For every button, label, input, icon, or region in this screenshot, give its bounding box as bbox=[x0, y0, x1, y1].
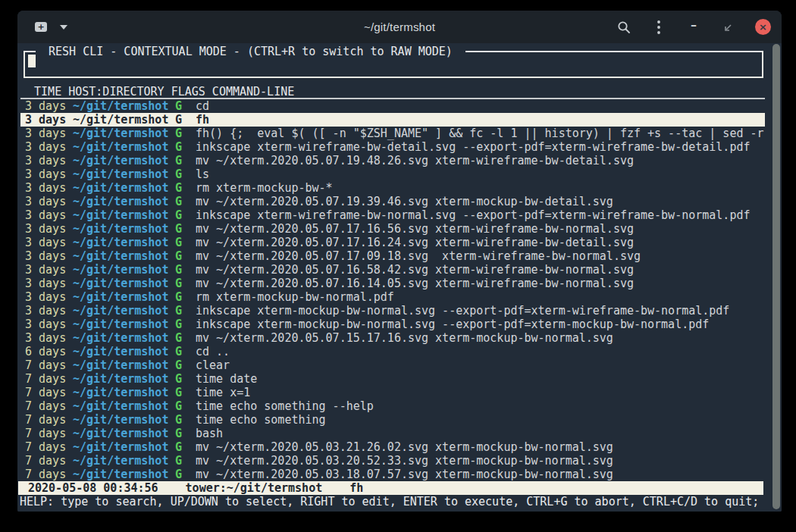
history-row[interactable]: 7 days~/git/termshotGtime echo something bbox=[20, 413, 765, 427]
history-row[interactable]: 6 days~/git/termshotGcd .. bbox=[20, 345, 765, 358]
row-host-directory: ~/git/termshot bbox=[73, 181, 175, 195]
row-host-directory: ~/git/termshot bbox=[73, 331, 175, 345]
row-host-directory: ~/git/termshot bbox=[73, 413, 175, 427]
row-flags: G bbox=[175, 413, 196, 427]
search-button[interactable] bbox=[616, 19, 632, 36]
history-row[interactable]: 3 days~/git/termshotGinkscape xterm-mock… bbox=[20, 318, 765, 331]
help-line: HELP: type to search, UP/DOWN to select,… bbox=[20, 495, 768, 509]
row-command: inkscape xterm-mockup-bw-normal.svg --ex… bbox=[196, 318, 709, 331]
history-row[interactable]: 7 days~/git/termshotGtime date bbox=[20, 372, 765, 386]
history-row[interactable]: 3 days~/git/termshotGfh bbox=[20, 113, 765, 127]
row-time: 3 days bbox=[25, 277, 73, 290]
row-command: clear bbox=[196, 358, 230, 372]
row-flags: G bbox=[175, 208, 196, 222]
titlebar: + ~/git/termshot – bbox=[17, 11, 782, 43]
history-row[interactable]: 3 days~/git/termshotGmv ~/xterm.2020.05.… bbox=[20, 331, 765, 345]
close-button[interactable]: × bbox=[755, 19, 771, 35]
history-row[interactable]: 3 days~/git/termshotGmv ~/xterm.2020.05.… bbox=[20, 249, 765, 263]
row-time: 7 days bbox=[25, 454, 73, 468]
row-host-directory: ~/git/termshot bbox=[73, 113, 175, 127]
row-flags: G bbox=[175, 358, 196, 372]
row-flags: G bbox=[175, 345, 196, 358]
row-command: cd bbox=[196, 99, 209, 113]
menu-button[interactable] bbox=[650, 19, 667, 36]
row-command: mv ~/xterm.2020.05.07.17.16.56.svg xterm… bbox=[196, 222, 634, 236]
row-time: 7 days bbox=[25, 468, 73, 481]
history-row[interactable]: 3 days~/git/termshotGinkscape xterm-wire… bbox=[20, 208, 765, 222]
row-command: mv ~/xterm.2020.05.07.17.09.18.svg xterm… bbox=[196, 249, 641, 263]
status-bar: 2020-05-08 00:34:56 tower:~/git/termshot… bbox=[18, 481, 763, 495]
row-host-directory: ~/git/termshot bbox=[73, 127, 175, 140]
row-time: 3 days bbox=[25, 208, 73, 222]
row-host-directory: ~/git/termshot bbox=[73, 358, 175, 372]
row-time: 3 days bbox=[25, 140, 73, 154]
row-command: time echo something --help bbox=[196, 399, 374, 413]
new-tab-button[interactable]: + bbox=[31, 17, 51, 37]
row-host-directory: ~/git/termshot bbox=[73, 304, 175, 318]
row-flags: G bbox=[175, 454, 196, 468]
row-host-directory: ~/git/termshot bbox=[73, 277, 175, 290]
row-time: 3 days bbox=[25, 167, 73, 181]
row-host-directory: ~/git/termshot bbox=[73, 345, 175, 358]
row-time: 7 days bbox=[25, 399, 73, 413]
status-datetime: 2020-05-08 00:34:56 bbox=[28, 481, 158, 495]
row-command: rm xterm-mockup-bw-* bbox=[196, 181, 333, 195]
row-host-directory: ~/git/termshot bbox=[73, 468, 175, 481]
row-time: 3 days bbox=[25, 331, 73, 345]
row-host-directory: ~/git/termshot bbox=[73, 236, 175, 249]
row-command: time date bbox=[196, 372, 257, 386]
history-row[interactable]: 3 days~/git/termshotGinkscape xterm-mock… bbox=[20, 304, 765, 318]
row-time: 3 days bbox=[25, 236, 73, 249]
row-command: bash bbox=[196, 427, 223, 440]
row-host-directory: ~/git/termshot bbox=[73, 99, 175, 113]
row-command: mv ~/xterm.2020.05.07.16.14.05.svg xterm… bbox=[196, 277, 634, 290]
mode-box-title: RESH CLI - CONTEXTUAL MODE - (CTRL+R to … bbox=[36, 45, 465, 58]
history-row[interactable]: 3 days~/git/termshotGfh() {; eval $( ([ … bbox=[20, 127, 765, 140]
chevron-down-icon[interactable] bbox=[60, 25, 67, 30]
row-host-directory: ~/git/termshot bbox=[73, 195, 175, 208]
history-row[interactable]: 7 days~/git/termshotGmv ~/xterm.2020.05.… bbox=[20, 468, 765, 481]
history-row[interactable]: 3 days~/git/termshotGcd bbox=[20, 99, 765, 113]
row-flags: G bbox=[175, 236, 196, 249]
history-row[interactable]: 3 days~/git/termshotGmv ~/xterm.2020.05.… bbox=[20, 236, 765, 249]
row-time: 7 days bbox=[25, 358, 73, 372]
history-row[interactable]: 7 days~/git/termshotGtime x=1 bbox=[20, 386, 765, 399]
history-row[interactable]: 3 days~/git/termshotGrm xterm-mockup-bw-… bbox=[20, 290, 765, 304]
history-row[interactable]: 3 days~/git/termshotGmv ~/xterm.2020.05.… bbox=[20, 195, 765, 208]
row-command: fh() {; eval $( ([ -n "$ZSH_NAME" ] && f… bbox=[196, 127, 764, 140]
row-command: mv ~/xterm.2020.05.07.19.39.46.svg xterm… bbox=[196, 195, 613, 208]
scrollbar-thumb[interactable] bbox=[772, 44, 780, 509]
status-host-path: tower:~/git/termshot bbox=[186, 481, 323, 495]
row-flags: G bbox=[175, 331, 196, 345]
history-row[interactable]: 7 days~/git/termshotGmv ~/xterm.2020.05.… bbox=[20, 440, 765, 454]
row-time: 3 days bbox=[25, 113, 73, 127]
row-flags: G bbox=[175, 249, 196, 263]
row-flags: G bbox=[175, 440, 196, 454]
history-row[interactable]: 3 days~/git/termshotGmv ~/xterm.2020.05.… bbox=[20, 154, 765, 167]
restore-button[interactable] bbox=[720, 19, 737, 36]
row-command: mv ~/xterm.2020.05.03.18.07.57.svg xterm… bbox=[196, 468, 613, 481]
history-row[interactable]: 3 days~/git/termshotGls bbox=[20, 167, 765, 181]
history-row[interactable]: 3 days~/git/termshotGmv ~/xterm.2020.05.… bbox=[20, 263, 765, 277]
new-tab-icon: + bbox=[35, 22, 47, 32]
history-row[interactable]: 7 days~/git/termshotGtime echo something… bbox=[20, 399, 765, 413]
row-command: time x=1 bbox=[196, 386, 250, 399]
history-row[interactable]: 7 days~/git/termshotGmv ~/xterm.2020.05.… bbox=[20, 454, 765, 468]
row-flags: G bbox=[175, 113, 196, 127]
row-flags: G bbox=[175, 468, 196, 481]
row-flags: G bbox=[175, 154, 196, 167]
history-row[interactable]: 7 days~/git/termshotGbash bbox=[20, 427, 765, 440]
history-row[interactable]: 7 days~/git/termshotGclear bbox=[20, 358, 765, 372]
history-row[interactable]: 3 days~/git/termshotGmv ~/xterm.2020.05.… bbox=[20, 222, 765, 236]
mode-box: RESH CLI - CONTEXTUAL MODE - (CTRL+R to … bbox=[24, 51, 763, 78]
history-row[interactable]: 3 days~/git/termshotGinkscape xterm-wire… bbox=[20, 140, 765, 154]
row-flags: G bbox=[175, 277, 196, 290]
columns-header: TIME HOST:DIRECTORY FLAGS COMMAND-LINE bbox=[20, 85, 765, 99]
history-list: 3 days~/git/termshotGcd 3 days~/git/term… bbox=[20, 99, 765, 481]
row-flags: G bbox=[175, 263, 196, 277]
row-command: mv ~/xterm.2020.05.03.21.26.02.svg xterm… bbox=[196, 440, 613, 454]
row-flags: G bbox=[175, 181, 196, 195]
history-row[interactable]: 3 days~/git/termshotGmv ~/xterm.2020.05.… bbox=[20, 277, 765, 290]
history-row[interactable]: 3 days~/git/termshotGrm xterm-mockup-bw-… bbox=[20, 181, 765, 195]
minimize-button[interactable]: – bbox=[685, 17, 702, 38]
